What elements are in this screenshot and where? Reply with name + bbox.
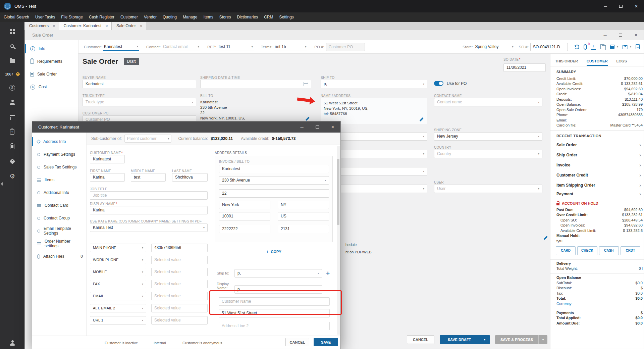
invoice-name-input[interactable]: Karinatest bbox=[219, 165, 329, 173]
files-icon[interactable] bbox=[0, 53, 24, 68]
menu-items[interactable]: Items bbox=[200, 15, 216, 19]
recent-customer-credit[interactable]: Customer Credit› bbox=[550, 170, 644, 180]
menu-crm[interactable]: CRM bbox=[261, 15, 276, 19]
search-icon[interactable] bbox=[0, 39, 24, 53]
menu-cash-register[interactable]: Cash Register bbox=[86, 15, 117, 19]
so-number-input[interactable]: SO-0049121-D bbox=[530, 43, 568, 51]
recent-invoice[interactable]: Invoice› bbox=[550, 160, 644, 170]
dnav-contact-card[interactable]: Contact Card bbox=[32, 199, 86, 212]
recent-item-shipping-order[interactable]: Item Shipping Order› bbox=[550, 180, 644, 190]
menu-vendor[interactable]: Vendor bbox=[141, 15, 160, 19]
display-name-input[interactable]: Karina bbox=[90, 206, 208, 214]
shipping-zone-select[interactable]: New Jersey▾ bbox=[434, 132, 542, 141]
po-number-input[interactable]: Customer PO bbox=[326, 43, 365, 51]
collapse-handle-icon[interactable] bbox=[1, 182, 3, 186]
invoice-zip-input[interactable]: 10001 bbox=[219, 212, 270, 220]
pdf-settings-select[interactable]: Karina Test▾ bbox=[90, 223, 208, 232]
close-icon[interactable]: × bbox=[325, 121, 340, 133]
email-icon[interactable]: ▾ bbox=[623, 45, 631, 49]
dnav-order-number-settings[interactable]: Order Number settings bbox=[32, 237, 86, 250]
user-select[interactable]: User▾ bbox=[434, 185, 542, 193]
fax-input[interactable]: Selected value bbox=[151, 280, 208, 288]
shipping-date-input[interactable] bbox=[200, 80, 311, 88]
customer-name-input[interactable]: Karinatest bbox=[90, 155, 125, 163]
main-phone-input[interactable]: 430574389656 bbox=[151, 244, 208, 252]
pricing-tag-icon[interactable] bbox=[0, 154, 24, 169]
work-phone-type-select[interactable]: WORK PHONE▾ bbox=[90, 256, 146, 264]
recent-sale-order[interactable]: Sale Order› bbox=[550, 140, 644, 150]
cash-button[interactable]: CASH bbox=[599, 246, 619, 255]
user-profile-icon[interactable] bbox=[0, 340, 24, 346]
menu-settings[interactable]: Settings bbox=[276, 15, 297, 19]
contacts-icon[interactable] bbox=[0, 95, 24, 110]
print-icon[interactable]: ▾ bbox=[610, 45, 618, 49]
add-ship-to-icon[interactable]: + bbox=[326, 269, 330, 277]
use-for-po-toggle[interactable] bbox=[434, 81, 443, 86]
menu-manage[interactable]: Manage bbox=[180, 15, 200, 19]
ship-to-select[interactable]: p,▾ bbox=[321, 80, 427, 88]
download-icon[interactable] bbox=[591, 44, 596, 50]
clipboard-icon[interactable] bbox=[0, 139, 24, 154]
edit-bill-to-icon[interactable] bbox=[305, 116, 310, 121]
menu-customer[interactable]: Customer bbox=[117, 15, 141, 19]
job-title-input[interactable]: Job title bbox=[90, 191, 208, 200]
tab-customers[interactable]: Customers× bbox=[24, 22, 59, 30]
tab-customer-karinatest[interactable]: Customer: Karinatest× bbox=[59, 22, 112, 30]
last-name-input[interactable]: Shchitova bbox=[172, 173, 208, 182]
dnav-sales-tax-settings[interactable]: Sales Tax Settings bbox=[32, 161, 86, 173]
calendar-icon[interactable] bbox=[304, 82, 308, 86]
parent-customer-select[interactable]: Parent customer▾ bbox=[124, 135, 171, 143]
sales-icon[interactable] bbox=[0, 80, 24, 95]
menu-user-tasks[interactable]: User Tasks bbox=[32, 15, 58, 19]
buyer-name-input[interactable]: Karinatest bbox=[83, 80, 196, 88]
restore-icon[interactable] bbox=[613, 29, 628, 41]
recent-ship-order[interactable]: Ship Order› bbox=[550, 150, 644, 160]
menu-global-search[interactable]: Global Search bbox=[1, 15, 32, 19]
first-name-input[interactable]: Karina bbox=[90, 173, 125, 182]
sync-icon[interactable] bbox=[575, 45, 579, 49]
so-date-input[interactable]: 11/30/2021 bbox=[503, 63, 546, 72]
close-tab-icon[interactable]: × bbox=[53, 23, 55, 29]
minimize-icon[interactable]: ─ bbox=[294, 121, 310, 133]
store-select[interactable]: Spring Valley▾ bbox=[475, 43, 514, 50]
dnav-attach-files[interactable]: Attach Files0 bbox=[32, 250, 86, 263]
truck-type-select[interactable]: Truck type▾ bbox=[83, 98, 196, 106]
menu-dictionaries[interactable]: Dictionaries bbox=[234, 15, 261, 19]
contact-name-select[interactable]: Contact name▾ bbox=[434, 98, 542, 106]
country-select[interactable]: Country▾ bbox=[434, 150, 542, 158]
middle-name-input[interactable]: test bbox=[131, 173, 166, 182]
invoice-phone-input[interactable]: 2222222 bbox=[219, 225, 270, 233]
attach-icon[interactable]: 0 bbox=[584, 44, 587, 50]
main-phone-type-select[interactable]: MAIN PHONE▾ bbox=[90, 244, 146, 252]
close-tab-icon[interactable]: × bbox=[140, 23, 143, 29]
menu-stores[interactable]: Stores bbox=[216, 15, 234, 19]
nav-requirements[interactable]: Requirements bbox=[25, 55, 78, 68]
check-button[interactable]: CHECK bbox=[577, 246, 597, 255]
dialog-cancel-button[interactable]: CANCEL bbox=[285, 338, 309, 346]
alt-email-type-select[interactable]: ALT. EMAIL 2▾ bbox=[90, 304, 146, 312]
notification-badge[interactable]: 1067 bbox=[0, 68, 24, 80]
tab-customer[interactable]: CUSTOMER bbox=[587, 59, 608, 66]
invoice-state-input[interactable]: NY bbox=[278, 201, 329, 209]
dnav-items[interactable]: Items bbox=[32, 173, 86, 186]
minimize-icon[interactable]: ─ bbox=[597, 29, 613, 41]
maximize-icon[interactable] bbox=[310, 121, 325, 133]
customer-select[interactable]: Karinatest▾ bbox=[103, 43, 139, 51]
credit-button[interactable]: CRDT bbox=[621, 246, 640, 255]
tab-logs[interactable]: LOGS bbox=[616, 59, 627, 66]
invoice-street-select[interactable]: 230 5th Avenue▾ bbox=[219, 176, 329, 185]
invoice-city-input[interactable]: New York bbox=[219, 201, 270, 209]
minimize-icon[interactable]: ─ bbox=[598, 0, 613, 12]
nav-info[interactable]: Info bbox=[25, 42, 78, 55]
cancel-button[interactable]: CANCEL bbox=[407, 335, 434, 344]
maximize-icon[interactable] bbox=[613, 0, 629, 12]
dnav-additional-info[interactable]: Additional Info bbox=[32, 186, 86, 199]
work-phone-input[interactable]: Selected value bbox=[151, 256, 208, 264]
scrollbar-thumb[interactable] bbox=[337, 159, 339, 225]
mobile-input[interactable]: Selected value bbox=[151, 268, 208, 276]
dashboard-icon[interactable] bbox=[0, 24, 24, 39]
close-icon[interactable]: × bbox=[629, 0, 644, 12]
invoice-ext-input[interactable]: 2131 bbox=[278, 225, 329, 233]
dnav-email-template-settings[interactable]: Email Template Settings bbox=[32, 225, 86, 237]
invoice-line2-input[interactable]: 22 bbox=[219, 189, 329, 198]
